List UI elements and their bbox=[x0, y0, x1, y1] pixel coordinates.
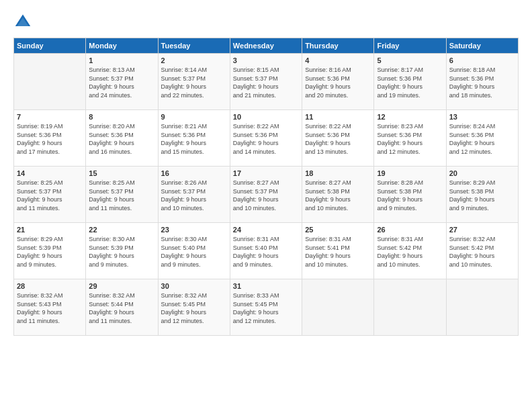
calendar-cell: 6Sunrise: 8:18 AM Sunset: 5:36 PM Daylig… bbox=[446, 54, 518, 110]
day-info: Sunrise: 8:31 AM Sunset: 5:40 PM Dayligh… bbox=[233, 235, 299, 269]
day-info: Sunrise: 8:27 AM Sunset: 5:38 PM Dayligh… bbox=[305, 179, 371, 212]
calendar-cell bbox=[14, 54, 86, 110]
day-info: Sunrise: 8:26 AM Sunset: 5:37 PM Dayligh… bbox=[161, 179, 227, 212]
calendar-cell: 13Sunrise: 8:24 AM Sunset: 5:36 PM Dayli… bbox=[446, 110, 518, 167]
calendar-cell: 24Sunrise: 8:31 AM Sunset: 5:40 PM Dayli… bbox=[230, 223, 302, 279]
day-info: Sunrise: 8:16 AM Sunset: 5:36 PM Dayligh… bbox=[305, 66, 371, 99]
calendar-week-2: 14Sunrise: 8:25 AM Sunset: 5:37 PM Dayli… bbox=[14, 167, 519, 223]
calendar-cell: 20Sunrise: 8:29 AM Sunset: 5:38 PM Dayli… bbox=[446, 167, 518, 223]
day-number: 14 bbox=[17, 169, 83, 177]
header bbox=[13, 12, 519, 31]
logo bbox=[13, 12, 35, 31]
calendar-cell: 16Sunrise: 8:26 AM Sunset: 5:37 PM Dayli… bbox=[158, 167, 230, 223]
day-info: Sunrise: 8:32 AM Sunset: 5:45 PM Dayligh… bbox=[161, 291, 227, 325]
day-info: Sunrise: 8:33 AM Sunset: 5:45 PM Dayligh… bbox=[233, 291, 299, 325]
calendar-cell: 5Sunrise: 8:17 AM Sunset: 5:36 PM Daylig… bbox=[374, 54, 446, 110]
day-info: Sunrise: 8:14 AM Sunset: 5:37 PM Dayligh… bbox=[161, 66, 227, 99]
calendar-week-1: 7Sunrise: 8:19 AM Sunset: 5:36 PM Daylig… bbox=[14, 110, 519, 167]
calendar-cell: 8Sunrise: 8:20 AM Sunset: 5:36 PM Daylig… bbox=[86, 110, 158, 167]
calendar-week-3: 21Sunrise: 8:29 AM Sunset: 5:39 PM Dayli… bbox=[14, 223, 519, 279]
day-info: Sunrise: 8:25 AM Sunset: 5:37 PM Dayligh… bbox=[89, 179, 154, 212]
logo-icon bbox=[13, 12, 32, 31]
day-number: 6 bbox=[449, 56, 515, 64]
calendar-cell: 9Sunrise: 8:21 AM Sunset: 5:36 PM Daylig… bbox=[158, 110, 230, 167]
day-info: Sunrise: 8:32 AM Sunset: 5:42 PM Dayligh… bbox=[449, 235, 515, 269]
day-number: 17 bbox=[233, 169, 299, 177]
day-info: Sunrise: 8:30 AM Sunset: 5:40 PM Dayligh… bbox=[161, 235, 227, 269]
calendar-cell: 11Sunrise: 8:22 AM Sunset: 5:36 PM Dayli… bbox=[302, 110, 374, 167]
calendar-cell: 3Sunrise: 8:15 AM Sunset: 5:37 PM Daylig… bbox=[230, 54, 302, 110]
day-number: 31 bbox=[233, 282, 299, 290]
day-info: Sunrise: 8:15 AM Sunset: 5:37 PM Dayligh… bbox=[233, 66, 299, 99]
day-number: 10 bbox=[233, 113, 299, 121]
calendar-cell: 21Sunrise: 8:29 AM Sunset: 5:39 PM Dayli… bbox=[14, 223, 86, 279]
calendar-cell: 23Sunrise: 8:30 AM Sunset: 5:40 PM Dayli… bbox=[158, 223, 230, 279]
calendar-cell bbox=[446, 279, 518, 336]
day-info: Sunrise: 8:31 AM Sunset: 5:41 PM Dayligh… bbox=[305, 235, 371, 269]
weekday-header-saturday: Saturday bbox=[446, 38, 518, 54]
day-number: 30 bbox=[161, 282, 227, 290]
day-info: Sunrise: 8:25 AM Sunset: 5:37 PM Dayligh… bbox=[17, 179, 83, 212]
day-number: 22 bbox=[89, 226, 154, 234]
day-info: Sunrise: 8:21 AM Sunset: 5:36 PM Dayligh… bbox=[161, 122, 227, 156]
calendar-cell: 7Sunrise: 8:19 AM Sunset: 5:36 PM Daylig… bbox=[14, 110, 86, 167]
header-row: SundayMondayTuesdayWednesdayThursdayFrid… bbox=[14, 38, 519, 54]
page: SundayMondayTuesdayWednesdayThursdayFrid… bbox=[0, 0, 532, 411]
day-info: Sunrise: 8:20 AM Sunset: 5:36 PM Dayligh… bbox=[89, 122, 154, 156]
day-number: 4 bbox=[305, 56, 371, 64]
calendar-header: SundayMondayTuesdayWednesdayThursdayFrid… bbox=[14, 38, 519, 54]
day-info: Sunrise: 8:32 AM Sunset: 5:44 PM Dayligh… bbox=[89, 291, 154, 325]
weekday-header-thursday: Thursday bbox=[302, 38, 374, 54]
day-number: 13 bbox=[449, 113, 515, 121]
day-info: Sunrise: 8:22 AM Sunset: 5:36 PM Dayligh… bbox=[233, 122, 299, 156]
day-number: 3 bbox=[233, 56, 299, 64]
day-info: Sunrise: 8:23 AM Sunset: 5:36 PM Dayligh… bbox=[377, 122, 443, 156]
calendar-cell: 1Sunrise: 8:13 AM Sunset: 5:37 PM Daylig… bbox=[86, 54, 158, 110]
day-number: 29 bbox=[89, 282, 154, 290]
weekday-header-sunday: Sunday bbox=[14, 38, 86, 54]
calendar-week-4: 28Sunrise: 8:32 AM Sunset: 5:43 PM Dayli… bbox=[14, 279, 519, 336]
day-number: 21 bbox=[17, 226, 83, 234]
day-number: 15 bbox=[89, 169, 154, 177]
calendar-cell: 30Sunrise: 8:32 AM Sunset: 5:45 PM Dayli… bbox=[158, 279, 230, 336]
day-info: Sunrise: 8:22 AM Sunset: 5:36 PM Dayligh… bbox=[305, 122, 371, 156]
calendar-cell: 2Sunrise: 8:14 AM Sunset: 5:37 PM Daylig… bbox=[158, 54, 230, 110]
calendar-table: SundayMondayTuesdayWednesdayThursdayFrid… bbox=[13, 38, 519, 336]
calendar-cell: 18Sunrise: 8:27 AM Sunset: 5:38 PM Dayli… bbox=[302, 167, 374, 223]
day-number: 16 bbox=[161, 169, 227, 177]
calendar-cell: 4Sunrise: 8:16 AM Sunset: 5:36 PM Daylig… bbox=[302, 54, 374, 110]
day-number: 12 bbox=[377, 113, 443, 121]
day-info: Sunrise: 8:29 AM Sunset: 5:39 PM Dayligh… bbox=[17, 235, 83, 269]
day-number: 9 bbox=[161, 113, 227, 121]
calendar-cell: 25Sunrise: 8:31 AM Sunset: 5:41 PM Dayli… bbox=[302, 223, 374, 279]
day-info: Sunrise: 8:19 AM Sunset: 5:36 PM Dayligh… bbox=[17, 122, 83, 156]
day-number: 20 bbox=[449, 169, 515, 177]
day-number: 1 bbox=[89, 56, 154, 64]
calendar-cell: 26Sunrise: 8:31 AM Sunset: 5:42 PM Dayli… bbox=[374, 223, 446, 279]
calendar-cell: 10Sunrise: 8:22 AM Sunset: 5:36 PM Dayli… bbox=[230, 110, 302, 167]
calendar-cell: 28Sunrise: 8:32 AM Sunset: 5:43 PM Dayli… bbox=[14, 279, 86, 336]
day-number: 5 bbox=[377, 56, 443, 64]
calendar-cell bbox=[374, 279, 446, 336]
day-info: Sunrise: 8:17 AM Sunset: 5:36 PM Dayligh… bbox=[377, 66, 443, 99]
day-info: Sunrise: 8:18 AM Sunset: 5:36 PM Dayligh… bbox=[449, 66, 515, 99]
weekday-header-friday: Friday bbox=[374, 38, 446, 54]
calendar-body: 1Sunrise: 8:13 AM Sunset: 5:37 PM Daylig… bbox=[14, 54, 519, 336]
day-info: Sunrise: 8:29 AM Sunset: 5:38 PM Dayligh… bbox=[449, 179, 515, 212]
weekday-header-wednesday: Wednesday bbox=[230, 38, 302, 54]
day-info: Sunrise: 8:30 AM Sunset: 5:39 PM Dayligh… bbox=[89, 235, 154, 269]
day-number: 24 bbox=[233, 226, 299, 234]
day-info: Sunrise: 8:28 AM Sunset: 5:38 PM Dayligh… bbox=[377, 179, 443, 212]
calendar-week-0: 1Sunrise: 8:13 AM Sunset: 5:37 PM Daylig… bbox=[14, 54, 519, 110]
day-number: 23 bbox=[161, 226, 227, 234]
day-info: Sunrise: 8:27 AM Sunset: 5:37 PM Dayligh… bbox=[233, 179, 299, 212]
day-number: 27 bbox=[449, 226, 515, 234]
day-info: Sunrise: 8:24 AM Sunset: 5:36 PM Dayligh… bbox=[449, 122, 515, 156]
day-number: 28 bbox=[17, 282, 83, 290]
calendar-cell: 22Sunrise: 8:30 AM Sunset: 5:39 PM Dayli… bbox=[86, 223, 158, 279]
day-info: Sunrise: 8:13 AM Sunset: 5:37 PM Dayligh… bbox=[89, 66, 154, 99]
day-number: 7 bbox=[17, 113, 83, 121]
calendar-cell: 31Sunrise: 8:33 AM Sunset: 5:45 PM Dayli… bbox=[230, 279, 302, 336]
day-info: Sunrise: 8:32 AM Sunset: 5:43 PM Dayligh… bbox=[17, 291, 83, 325]
day-number: 25 bbox=[305, 226, 371, 234]
